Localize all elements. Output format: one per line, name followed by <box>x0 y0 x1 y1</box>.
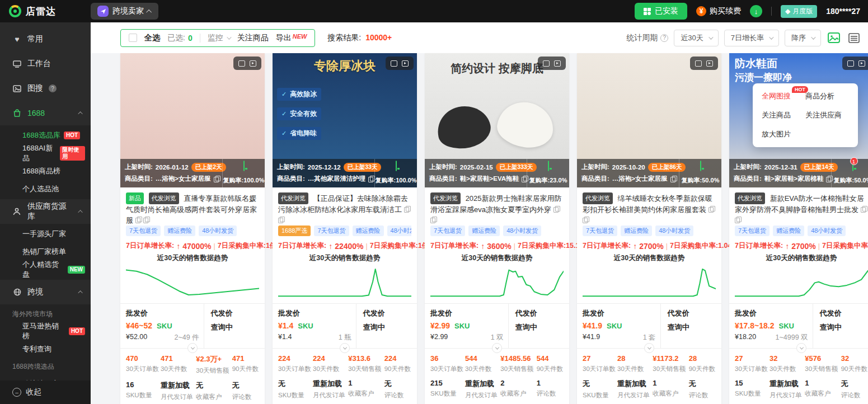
sidebar-item-亚马逊热销榜[interactable]: 亚马逊热销榜HOT <box>0 322 91 340</box>
sidebar-item-常用[interactable]: ♥ 常用 <box>0 27 91 51</box>
collapse-chevron-button[interactable] <box>796 343 806 353</box>
stat-value: 2 <box>500 379 536 387</box>
collapse-chevron-button[interactable] <box>340 343 350 353</box>
sidebar-item-跨境[interactable]: 跨境 <box>0 280 91 304</box>
sidebar-collapse-button[interactable]: – 收起 <box>0 380 91 404</box>
copy-icon[interactable] <box>826 176 831 182</box>
menu-item-全网图搜[interactable]: 全网图搜HOT <box>762 91 805 101</box>
copy-icon[interactable] <box>583 217 589 223</box>
copy-icon[interactable] <box>143 217 149 223</box>
list-view-toggle[interactable] <box>847 31 861 45</box>
copy-icon[interactable] <box>404 206 410 213</box>
help-icon[interactable]: ? <box>49 84 57 92</box>
sidebar-item-个人精选货盘[interactable]: 个人精选货盘NEW <box>0 261 91 279</box>
stat-cell: 重新加载月代发订单 <box>313 379 348 400</box>
product-image[interactable]: 防水鞋面污渍一擦即净 上架时间: 2025-12-31 已上架14天 商品类目:… <box>729 53 868 187</box>
video-icon[interactable] <box>250 60 256 67</box>
role-switcher[interactable]: 跨境卖家 <box>91 3 158 20</box>
copy-icon[interactable] <box>368 176 374 182</box>
sidebar-item-1688AI新品[interactable]: 1688AI新品限时使用 <box>0 144 91 162</box>
copy-icon[interactable] <box>278 217 284 223</box>
sidebar-item-专利查询[interactable]: 专利查询 <box>0 340 91 358</box>
similar-search-icon[interactable] <box>391 60 397 67</box>
monitor-menu[interactable]: 监控 <box>208 33 230 43</box>
video-icon[interactable] <box>706 60 713 67</box>
sidebar-item-图搜[interactable]: 图搜? <box>0 76 91 101</box>
sidebar-item-工作台[interactable]: 工作台 <box>0 51 91 76</box>
sidebar-item-热销厂家榜单[interactable]: 热销厂家榜单 <box>0 243 91 261</box>
stat-value[interactable]: 重新加载 <box>313 379 348 389</box>
installed-button[interactable]: 已安装 <box>635 3 687 20</box>
collapse-chevron-button[interactable] <box>644 343 654 353</box>
order-select[interactable]: 降序 <box>785 30 821 46</box>
image-actions-pill[interactable] <box>386 57 414 70</box>
renew-button[interactable]: ¥ 购买续费 <box>696 6 741 16</box>
stat-value[interactable]: 重新加载 <box>161 380 196 391</box>
sku-label[interactable]: SKU <box>454 322 470 330</box>
sku-label[interactable]: SKU <box>607 322 622 330</box>
sidebar-item-个人选品池[interactable]: 个人选品池 <box>0 180 91 198</box>
period-select[interactable]: 近30天 <box>674 30 718 46</box>
copy-icon[interactable] <box>553 206 560 213</box>
help-icon[interactable]: ? <box>660 34 668 42</box>
menu-item-放大图片[interactable]: 放大图片 <box>762 129 805 139</box>
image-actions-pill[interactable] <box>690 57 718 70</box>
stat-value[interactable]: 重新加载 <box>465 379 500 389</box>
sku-label[interactable]: SKU <box>157 322 172 330</box>
export-button[interactable]: 导出 NEW <box>276 33 307 43</box>
video-icon[interactable] <box>554 60 561 67</box>
copy-icon[interactable] <box>214 176 220 182</box>
video-icon[interactable] <box>402 60 409 67</box>
stat-value[interactable]: 重新加载 <box>770 379 805 389</box>
consign-browse-badge[interactable]: 代发浏览 <box>278 192 308 204</box>
similar-search-icon[interactable] <box>238 60 245 67</box>
similar-search-icon[interactable] <box>543 60 550 67</box>
follow-products-button[interactable]: 关注商品 <box>237 33 269 43</box>
consign-browse-badge[interactable]: 代发浏览 <box>149 192 179 204</box>
menu-item-关注供应商[interactable]: 关注供应商 <box>805 110 849 120</box>
sidebar-item-1688商品榜[interactable]: 1688商品榜 <box>0 162 91 180</box>
image-actions-pill[interactable] <box>233 57 261 70</box>
select-all-checkbox[interactable] <box>129 34 137 42</box>
consign-browse-badge[interactable]: 代发浏览 <box>430 192 461 204</box>
product-image[interactable]: 上架时间: 2025-10-20 已上架86天 商品类目: …浴袍>女士家居服 <box>577 53 721 187</box>
similar-search-icon[interactable] <box>695 60 702 67</box>
copy-icon[interactable] <box>709 206 715 213</box>
copy-icon[interactable] <box>735 217 741 223</box>
sidebar-item-1688[interactable]: 1688 <box>0 101 91 125</box>
product-image[interactable]: 专除厚冰块高效除冰安全有效省电降味 上架时间: 2025-12-12 已上架33… <box>273 53 417 187</box>
image-actions-pill[interactable] <box>538 57 566 70</box>
sidebar-item-跨境选品库[interactable]: 跨境选品库 <box>0 375 91 380</box>
stat-value[interactable]: 重新加载 <box>617 379 653 389</box>
calendar-icon[interactable] <box>548 161 549 171</box>
consign-browse-badge[interactable]: 代发浏览 <box>583 192 613 204</box>
menu-item-关注商品[interactable]: 关注商品 <box>762 110 805 120</box>
sku-label[interactable]: SKU <box>778 322 794 330</box>
calendar-icon[interactable] <box>396 161 397 171</box>
image-view-toggle[interactable] <box>827 31 841 45</box>
sidebar-item-1688选品库[interactable]: 1688选品库HOT <box>0 126 91 144</box>
copy-icon[interactable] <box>135 217 142 223</box>
service-tag: 7天包退货 <box>126 226 161 236</box>
sku-label[interactable]: SKU <box>298 322 313 330</box>
download-icon[interactable]: ↓ <box>750 5 762 17</box>
collapse-chevron-button[interactable] <box>187 343 198 353</box>
product-image[interactable]: 上架时间: 2026-01-12 已上架2天 商品类目: …浴袍>女士家居服 <box>120 53 265 187</box>
collapse-chevron-button[interactable] <box>492 343 502 353</box>
metric-select[interactable]: 7日增长率 <box>724 30 779 46</box>
copy-icon[interactable] <box>430 217 437 223</box>
image-actions-pill[interactable] <box>842 57 868 70</box>
consign-browse-badge[interactable]: 代发浏览 <box>735 192 765 204</box>
video-icon[interactable] <box>858 60 865 67</box>
product-image[interactable]: 简约设计 按摩脚底 上架时间: 2025-02-15 已上架333天 商品类目:… <box>425 53 569 187</box>
select-all-label[interactable]: 全选 <box>144 33 160 43</box>
copy-icon[interactable] <box>670 176 677 182</box>
calendar-icon[interactable] <box>700 161 701 171</box>
menu-item-商品分析[interactable]: 商品分析 <box>805 91 849 101</box>
copy-icon[interactable] <box>861 206 867 213</box>
copy-icon[interactable] <box>522 176 527 182</box>
calendar-icon[interactable] <box>243 161 245 171</box>
similar-search-icon[interactable] <box>847 60 854 67</box>
sidebar-item-一手源头厂家[interactable]: 一手源头厂家 <box>0 225 91 243</box>
sidebar-item-供应商货源库[interactable]: 供应商货源库 <box>0 199 91 224</box>
